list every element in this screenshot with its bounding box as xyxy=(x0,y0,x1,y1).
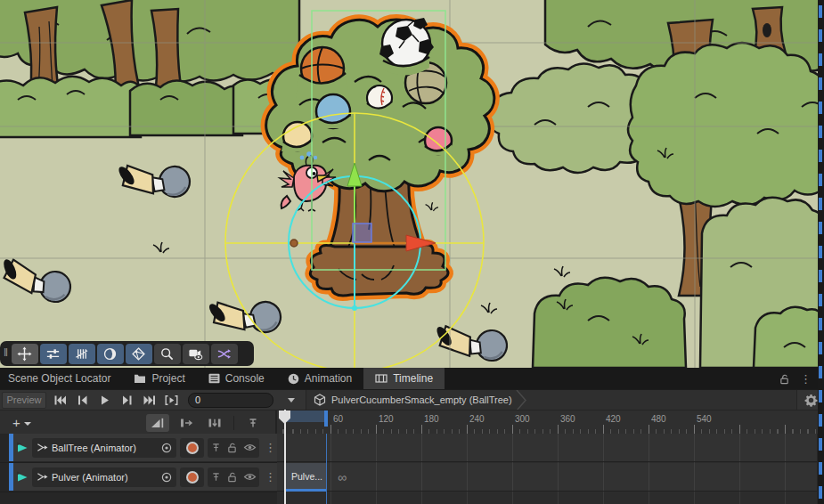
baseball[interactable] xyxy=(365,85,394,112)
editor-window: ‖ Scene Object Locator xyxy=(0,0,824,504)
step-forward-icon xyxy=(121,395,133,405)
duration-end-line xyxy=(326,434,327,504)
ruler-tick-label: 240 xyxy=(469,414,485,424)
move-tool-icon xyxy=(17,346,32,362)
tab-console[interactable]: Console xyxy=(197,368,276,389)
pin-icon xyxy=(248,417,258,429)
animation-clip[interactable]: Pulve... xyxy=(286,463,326,492)
play-range-button[interactable] xyxy=(160,392,183,409)
prism-tool-button[interactable] xyxy=(126,344,152,364)
tab-label: Timeline xyxy=(393,372,433,385)
console-icon xyxy=(208,373,220,384)
tab-label: Project xyxy=(151,372,184,385)
track-name: Pulver (Animator) xyxy=(52,472,158,483)
track-content-row[interactable] xyxy=(277,434,817,462)
kebab-menu-icon[interactable]: ⋮ xyxy=(265,441,276,454)
tab-animation[interactable]: Animation xyxy=(276,368,363,389)
mix-mode-icon xyxy=(151,417,165,429)
mixer-tool-button[interactable] xyxy=(40,344,67,364)
blue-ball[interactable] xyxy=(314,94,352,128)
breadcrumb-chevron xyxy=(516,390,527,411)
skip-to-start-icon xyxy=(54,395,66,405)
record-icon xyxy=(186,442,199,454)
add-track-button[interactable]: + xyxy=(12,415,31,430)
skip-to-end-button[interactable] xyxy=(138,392,160,409)
ripple-mode-button[interactable] xyxy=(175,414,198,432)
step-forward-button[interactable] xyxy=(116,392,138,409)
track-header: Pulver (Animator) ⋮ xyxy=(13,463,277,491)
object-picker-icon[interactable] xyxy=(161,472,172,483)
moon-tool-icon xyxy=(102,346,118,362)
moon-tool-button[interactable] xyxy=(97,344,124,364)
xy-plane-handle[interactable] xyxy=(353,224,371,242)
infinite-clip-icon: ∞ xyxy=(338,463,347,492)
ruler-tick-label: 180 xyxy=(424,414,439,424)
timeline-duration-highlight xyxy=(285,411,326,422)
preview-label: Preview xyxy=(6,394,41,405)
eye-icon[interactable] xyxy=(243,443,257,452)
record-button[interactable] xyxy=(180,438,204,458)
track-row[interactable]: BallTree (Animator) ⋮ xyxy=(0,434,277,463)
ruler-tick-label: 540 xyxy=(697,414,712,424)
scene-view[interactable] xyxy=(0,0,824,368)
play-button[interactable] xyxy=(94,392,116,409)
skip-to-start-button[interactable] xyxy=(49,392,71,409)
playhead-line[interactable] xyxy=(284,410,286,504)
duration-marker[interactable] xyxy=(324,411,328,427)
record-icon xyxy=(186,471,199,484)
track-name-box[interactable]: Pulver (Animator) xyxy=(32,467,176,487)
preview-button[interactable]: Preview xyxy=(2,392,46,409)
timeline-icon xyxy=(375,373,388,384)
pink-ball[interactable] xyxy=(423,127,453,155)
mix-mode-button[interactable] xyxy=(146,414,169,432)
dock-edge-strip xyxy=(818,0,824,504)
chevron-down-icon xyxy=(24,422,31,426)
shuffle-button[interactable] xyxy=(211,344,238,364)
replace-mode-button[interactable] xyxy=(203,414,226,432)
step-back-icon xyxy=(77,395,88,405)
frame-field[interactable]: 0 xyxy=(188,393,273,408)
tab-scene-object-locator[interactable]: Scene Object Locator xyxy=(0,368,122,389)
pin-icon[interactable] xyxy=(211,442,221,453)
kebab-menu-icon[interactable]: ⋮ xyxy=(800,372,812,386)
kebab-menu-icon[interactable]: ⋮ xyxy=(265,470,276,484)
eye-icon[interactable] xyxy=(243,472,257,482)
edit-mode-buttons xyxy=(146,414,275,432)
pin-button[interactable] xyxy=(241,414,265,432)
editor-tab-bar: Scene Object Locator Project Console Ani… xyxy=(0,368,824,389)
object-picker-icon[interactable] xyxy=(161,443,172,453)
scene-overlay-toolbar: ‖ xyxy=(0,341,254,366)
clip-label: Pulve... xyxy=(291,471,322,482)
pin-icon[interactable] xyxy=(211,471,221,483)
tab-timeline[interactable]: Timeline xyxy=(363,368,445,389)
track-content-row[interactable] xyxy=(277,463,817,492)
move-tool-button[interactable] xyxy=(12,344,38,364)
chevron-down-icon[interactable] xyxy=(288,398,295,402)
camera-visibility-button[interactable] xyxy=(183,344,209,364)
skip-to-end-icon xyxy=(143,395,155,405)
fence-tool-button[interactable] xyxy=(69,344,95,364)
plus-icon: + xyxy=(12,415,20,430)
timeline-breadcrumb-bar: PulverCucumberSmack_empty (BallTree) xyxy=(306,390,796,410)
record-button[interactable] xyxy=(180,467,204,487)
play-range-icon xyxy=(165,395,178,405)
ruler-tick-label: 480 xyxy=(651,414,666,424)
step-back-button[interactable] xyxy=(71,392,94,409)
frame-ruler[interactable]: 60 120 180 240 300 360 420 480 540 xyxy=(277,411,817,435)
track-name: BallTree (Animator) xyxy=(52,443,158,453)
toolbar-drag-handle[interactable]: ‖ xyxy=(4,346,8,359)
animation-track-icon xyxy=(16,442,29,454)
timeline-toolbar: Preview 0 xyxy=(0,389,824,410)
track-name-box[interactable]: BallTree (Animator) xyxy=(32,438,176,458)
track-row[interactable]: Pulver (Animator) ⋮ xyxy=(0,463,277,492)
rotation-handle[interactable] xyxy=(290,240,298,247)
lock-open-icon[interactable] xyxy=(779,373,789,385)
lock-open-icon[interactable] xyxy=(227,442,237,453)
replace-mode-icon xyxy=(208,417,222,429)
tab-project[interactable]: Project xyxy=(122,368,196,389)
ruler-tick-label: 300 xyxy=(515,414,530,424)
lock-open-icon[interactable] xyxy=(227,471,237,483)
search-tool-button[interactable] xyxy=(154,344,181,364)
animator-binding-icon xyxy=(37,471,48,483)
breadcrumb[interactable]: PulverCucumberSmack_empty (BallTree) xyxy=(306,390,516,410)
